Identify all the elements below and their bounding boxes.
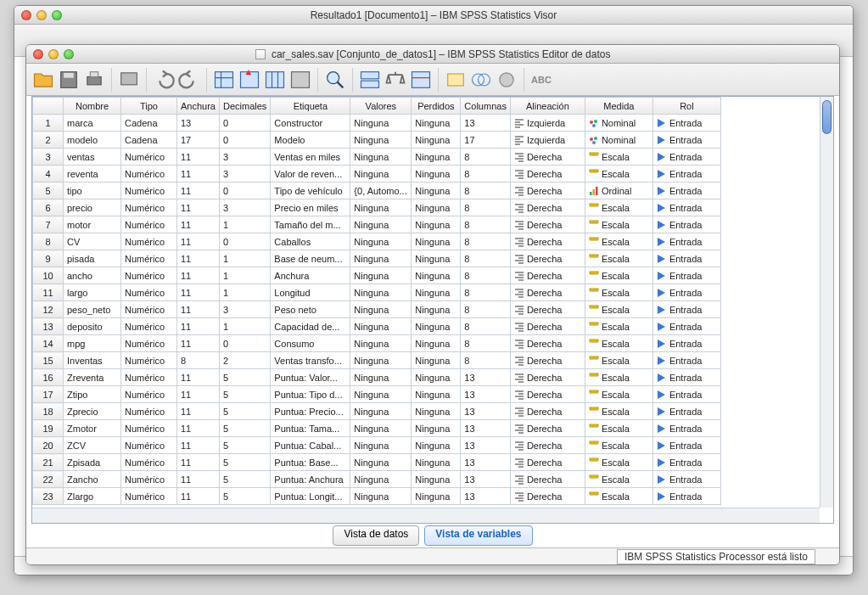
cell-etiqueta[interactable]: Peso neto <box>271 301 350 318</box>
cell-nombre[interactable]: deposito <box>64 318 121 335</box>
cell-rol[interactable]: Entrada <box>652 199 720 216</box>
cell-etiqueta[interactable]: Precio en miles <box>271 199 350 216</box>
cell-rol[interactable]: Entrada <box>652 369 720 386</box>
cell-etiqueta[interactable]: Puntua: Tama... <box>271 420 350 437</box>
cell-etiqueta[interactable]: Puntua: Base... <box>271 454 350 471</box>
minimize-icon[interactable] <box>48 49 59 59</box>
cell-decimales[interactable]: 0 <box>220 335 271 352</box>
cell-nombre[interactable]: ventas <box>64 149 121 166</box>
table-row[interactable]: 14mpgNumérico110ConsumoNingunaNinguna8De… <box>33 335 721 352</box>
cell-rol[interactable]: Entrada <box>652 403 720 420</box>
cell-alineacion[interactable]: Derecha <box>510 318 585 335</box>
cell-perdidos[interactable]: Ninguna <box>412 267 461 284</box>
row-number[interactable]: 15 <box>33 352 64 369</box>
cell-nombre[interactable]: largo <box>64 284 121 301</box>
cell-rol[interactable]: Entrada <box>652 420 720 437</box>
cell-rol[interactable]: Entrada <box>652 115 720 132</box>
cell-rol[interactable]: Entrada <box>652 352 720 369</box>
cell-rol[interactable]: Entrada <box>652 166 720 182</box>
cell-perdidos[interactable]: Ninguna <box>412 199 461 216</box>
cell-decimales[interactable]: 5 <box>220 420 271 437</box>
cell-valores[interactable]: Ninguna <box>350 233 412 250</box>
cell-anchura[interactable]: 11 <box>177 437 220 454</box>
col-perdidos[interactable]: Perdidos <box>412 98 461 115</box>
cell-decimales[interactable]: 5 <box>220 386 271 403</box>
cell-decimales[interactable]: 5 <box>220 488 271 505</box>
cell-rol[interactable]: Entrada <box>652 250 720 267</box>
col-valores[interactable]: Valores <box>350 98 412 115</box>
table-row[interactable]: 22ZanchoNumérico115Puntua: AnchuraNingun… <box>33 471 721 488</box>
cell-anchura[interactable]: 11 <box>177 386 220 403</box>
cell-perdidos[interactable]: Ninguna <box>412 132 461 149</box>
cell-decimales[interactable]: 1 <box>220 267 271 284</box>
cell-alineacion[interactable]: Derecha <box>510 199 585 216</box>
cell-rol[interactable]: Entrada <box>652 488 720 505</box>
cell-nombre[interactable]: CV <box>64 233 121 250</box>
cell-decimales[interactable]: 2 <box>220 352 271 369</box>
cell-valores[interactable]: {0, Automo... <box>350 182 412 199</box>
cell-columnas[interactable]: 8 <box>461 149 511 166</box>
cell-rol[interactable]: Entrada <box>652 437 720 454</box>
recall-dialog-button[interactable] <box>117 68 141 92</box>
cell-tipo[interactable]: Numérico <box>121 149 177 166</box>
cell-alineacion[interactable]: Derecha <box>510 454 585 471</box>
cell-rol[interactable]: Entrada <box>652 386 720 403</box>
cell-perdidos[interactable]: Ninguna <box>412 420 461 437</box>
cell-nombre[interactable]: Zreventa <box>64 369 121 386</box>
cell-anchura[interactable]: 11 <box>177 420 220 437</box>
scrollbar-thumb[interactable] <box>822 100 832 134</box>
cell-columnas[interactable]: 17 <box>461 132 511 149</box>
cell-valores[interactable]: Ninguna <box>350 403 412 420</box>
table-row[interactable]: 3ventasNumérico113Ventas en milesNinguna… <box>33 149 721 166</box>
cell-anchura[interactable]: 8 <box>177 352 220 369</box>
cell-columnas[interactable]: 8 <box>461 267 511 284</box>
visor-titlebar[interactable]: Resultado1 [Documento1] – IBM SPSS Stati… <box>14 6 853 25</box>
goto-case-button[interactable] <box>212 68 236 92</box>
cell-nombre[interactable]: Ztipo <box>64 386 121 403</box>
cell-alineacion[interactable]: Derecha <box>510 403 585 420</box>
cell-columnas[interactable]: 8 <box>461 233 511 250</box>
cell-perdidos[interactable]: Ninguna <box>412 115 461 132</box>
cell-columnas[interactable]: 13 <box>461 454 511 471</box>
cell-medida[interactable]: Ordinal <box>585 182 652 199</box>
cell-alineacion[interactable]: Derecha <box>510 471 585 488</box>
row-number[interactable]: 19 <box>33 420 64 437</box>
minimize-icon[interactable] <box>36 10 47 20</box>
table-row[interactable]: 21ZpisadaNumérico115Puntua: Base...Ningu… <box>33 454 721 471</box>
cell-etiqueta[interactable]: Ventas en miles <box>271 149 350 166</box>
cell-perdidos[interactable]: Ninguna <box>412 488 461 505</box>
redo-button[interactable] <box>177 68 201 92</box>
row-number[interactable]: 11 <box>33 284 64 301</box>
cell-tipo[interactable]: Numérico <box>121 284 177 301</box>
cell-anchura[interactable]: 11 <box>177 233 220 250</box>
cell-nombre[interactable]: Zmotor <box>64 420 121 437</box>
open-button[interactable] <box>31 68 55 92</box>
row-number[interactable]: 10 <box>33 267 64 284</box>
cell-columnas[interactable]: 8 <box>461 335 511 352</box>
row-number[interactable]: 21 <box>33 454 64 471</box>
cell-valores[interactable]: Ninguna <box>350 267 412 284</box>
cell-columnas[interactable]: 13 <box>461 369 511 386</box>
cell-etiqueta[interactable]: Ventas transfo... <box>271 352 350 369</box>
goto-var-button[interactable] <box>238 68 261 92</box>
row-number[interactable]: 7 <box>33 216 64 233</box>
col-tipo[interactable]: Tipo <box>121 98 177 115</box>
cell-anchura[interactable]: 11 <box>177 267 220 284</box>
cell-perdidos[interactable]: Ninguna <box>412 250 461 267</box>
cell-decimales[interactable]: 5 <box>220 471 271 488</box>
cell-medida[interactable]: Escala <box>585 284 652 301</box>
cell-rol[interactable]: Entrada <box>652 233 720 250</box>
zoom-icon[interactable] <box>52 10 62 20</box>
cell-alineacion[interactable]: Derecha <box>510 335 585 352</box>
col-etiqueta[interactable]: Etiqueta <box>271 98 350 115</box>
cell-nombre[interactable]: Zlargo <box>64 488 121 505</box>
cell-etiqueta[interactable]: Puntua: Cabal... <box>271 437 350 454</box>
row-number[interactable]: 22 <box>33 471 64 488</box>
table-row[interactable]: 5tipoNumérico110Tipo de vehículo{0, Auto… <box>33 182 721 199</box>
cell-alineacion[interactable]: Derecha <box>510 267 585 284</box>
cell-tipo[interactable]: Numérico <box>121 199 177 216</box>
cell-valores[interactable]: Ninguna <box>350 284 412 301</box>
print-button[interactable] <box>82 68 106 92</box>
cell-valores[interactable]: Ninguna <box>350 437 412 454</box>
cell-nombre[interactable]: motor <box>64 216 121 233</box>
